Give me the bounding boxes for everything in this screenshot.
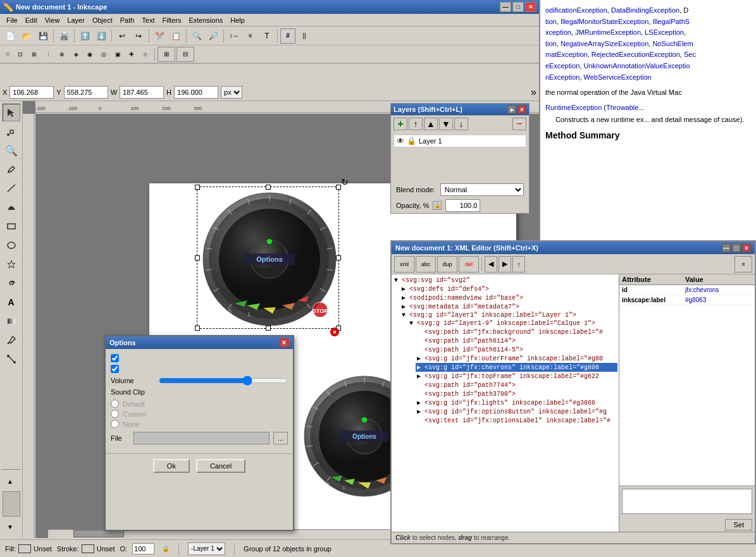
snap-btn5[interactable]: ◈ (70, 48, 82, 61)
import-btn[interactable]: ⬆️ (77, 28, 92, 44)
xml-set-btn[interactable]: Set (725, 519, 752, 530)
radio-1[interactable] (111, 400, 119, 408)
menu-view[interactable]: View (41, 15, 64, 25)
copy-btn[interactable]: 📋 (168, 28, 183, 44)
radio-2[interactable] (111, 410, 119, 418)
link-negarray[interactable]: tion (545, 40, 557, 47)
snap-btn3[interactable]: ⋮ (42, 48, 54, 61)
opacity-status-input[interactable] (132, 543, 154, 554)
lock-opacity-icon[interactable]: 🔒 (162, 545, 170, 552)
new-file-btn[interactable]: 📄 (3, 28, 18, 44)
snap-btn8[interactable]: ▣ (111, 48, 124, 61)
file-input[interactable] (133, 432, 270, 444)
knob1-container[interactable]: Options (200, 190, 339, 329)
grid-btn[interactable]: ⊞ (158, 47, 175, 62)
volume-slider[interactable] (159, 376, 288, 386)
scroll-down-btn[interactable]: ▼ (1, 518, 19, 536)
tree-node-outerframe[interactable]: ▶ <svg:g id="jfx:outerFrame" inkscape:la… (416, 354, 617, 363)
spiral-tool[interactable] (3, 274, 20, 292)
undo-btn[interactable]: ↩ (115, 28, 130, 44)
text-tool-btn[interactable]: T (259, 28, 275, 44)
pencil-tool[interactable] (3, 161, 20, 178)
tree-toggle-layer1-9[interactable]: ▼ (409, 320, 417, 327)
tree-node-defs[interactable]: ▶ <svg:defs id="defs4"> (400, 285, 617, 293)
link-jmruntime[interactable]: JMRuntimeException (575, 28, 641, 36)
tree-toggle-defs[interactable]: ▶ (402, 285, 409, 293)
menu-extensions[interactable]: Extensions (185, 15, 226, 25)
link-illegalpath[interactable]: IllegalPathS (652, 18, 690, 25)
menu-path[interactable]: Path (116, 15, 139, 25)
cut-btn[interactable]: ✂️ (152, 28, 167, 44)
xml-tree[interactable]: ▼ <svg:svg id="svg2" ▶ <svg:defs id="def… (392, 274, 619, 532)
link-lsexception[interactable]: LSException (645, 28, 684, 36)
xml-nav-parent[interactable]: ↑ (512, 256, 525, 272)
menu-text[interactable]: Text (138, 15, 158, 25)
tree-node-chevrons[interactable]: ▶ <svg:g id="jfx:chevrons" inkscape:labe… (416, 363, 617, 372)
redo-btn[interactable]: ↪ (131, 28, 146, 44)
tree-node-path6114[interactable]: ▶ <svg:path id="path6114"> (416, 336, 617, 345)
delete-layer-btn[interactable]: − (512, 118, 526, 130)
link-negarray2[interactable]: NegativeArraySizeException (561, 40, 648, 47)
cancel-btn[interactable]: Cancel (196, 459, 245, 473)
layer-lock-icon[interactable]: 🔒 (407, 137, 416, 145)
rect-tool[interactable] (3, 217, 20, 235)
xml-nav-next[interactable]: ▶ (499, 256, 511, 272)
link-xception[interactable]: xception (545, 28, 571, 36)
select-tool[interactable] (3, 104, 20, 121)
tree-toggle-optionsbutton[interactable]: ▶ (417, 408, 424, 415)
ok-btn[interactable]: Ok (153, 459, 190, 473)
tree-node-svg[interactable]: ▼ <svg:svg id="svg2" (393, 276, 617, 285)
checkbox-1[interactable] (111, 354, 119, 362)
print-btn[interactable]: 🖨️ (56, 28, 71, 44)
snap-btn2[interactable]: ⊞ (28, 48, 40, 61)
link-matexception[interactable]: matException (545, 51, 588, 58)
xml-minimize-btn[interactable]: — (722, 243, 731, 252)
pen-tool[interactable] (3, 180, 20, 197)
snap-btn1[interactable]: ⊡ (14, 48, 27, 61)
link-nexception[interactable]: nException (545, 73, 579, 81)
xml-close-btn[interactable]: × (742, 243, 751, 252)
opacity-input[interactable] (445, 199, 480, 212)
scroll-up-btn[interactable]: ▲ (1, 472, 19, 490)
export-btn[interactable]: ⬇️ (94, 28, 109, 44)
blend-mode-select[interactable]: Normal Multiply Screen (440, 183, 524, 196)
link-tion[interactable]: tion (545, 18, 557, 25)
layer-item-0[interactable]: 👁 🔒 Layer 1 (393, 135, 526, 147)
move-layer-up-btn[interactable]: ↑ (409, 118, 423, 130)
minimize-button[interactable]: — (500, 2, 511, 12)
tree-node-topframe[interactable]: ▶ <svg:g id="jfx:topFrame" inkscape:labe… (416, 372, 617, 381)
tree-toggle-metadata[interactable]: ▶ (402, 303, 409, 310)
node-tool-btn[interactable]: # (280, 28, 295, 44)
link-nosuchelement[interactable]: NoSuchElem (652, 40, 693, 47)
layer-select[interactable]: -Layer 1 (188, 542, 225, 555)
menu-object[interactable]: Object (89, 15, 116, 25)
xml-btn-duplicate[interactable]: dup (437, 256, 457, 272)
node-tool[interactable] (3, 123, 20, 140)
w-input[interactable] (120, 86, 164, 99)
menu-edit[interactable]: Edit (22, 15, 41, 25)
tree-node-path6114-5[interactable]: ▶ <svg:path id="path6114-5"> (416, 345, 617, 354)
link-databinding[interactable]: DataBindingException (611, 6, 679, 14)
link-unknownannotation[interactable]: UnknownAnnotationValueExceptio (584, 62, 690, 70)
open-btn[interactable]: 📂 (19, 28, 34, 44)
toggle-btn[interactable]: || (297, 28, 312, 44)
file-browse-btn[interactable]: ... (273, 432, 288, 444)
tree-node-lights[interactable]: ▶ <svg:g id="jfx:lights" inkscape:label=… (416, 398, 617, 407)
options-dialog-close[interactable]: × (279, 338, 289, 347)
zoom-tool[interactable]: 🔍 (3, 142, 20, 159)
opacity-lock-icon[interactable]: 🔒 (433, 201, 442, 210)
tree-node-bg[interactable]: ▶ <svg:path id="jfx:background" inkscape… (416, 327, 617, 336)
link-illegalmonitor[interactable]: IllegalMonitorStateException (561, 18, 648, 25)
panel-close-btn[interactable]: × (517, 105, 526, 114)
xml-attr-row-1[interactable]: inkscape:label #g8063 (619, 295, 755, 305)
expand-btn[interactable]: » (531, 87, 536, 98)
unit-select[interactable]: px (221, 86, 242, 99)
xml-btn-new-text[interactable]: abc (416, 256, 436, 272)
snap-btn7[interactable]: ◎ (97, 48, 110, 61)
snap-btn4[interactable]: ⊗ (56, 48, 68, 61)
xml-attr-list[interactable]: id jfx:chevrons inkscape:label #g8063 (619, 285, 755, 486)
xml-nav-prev[interactable]: ◀ (485, 256, 497, 272)
layer-visibility-icon[interactable]: 👁 (397, 137, 404, 145)
layer-up-btn[interactable]: ▲ (424, 118, 438, 130)
menu-layer[interactable]: Layer (63, 15, 89, 25)
